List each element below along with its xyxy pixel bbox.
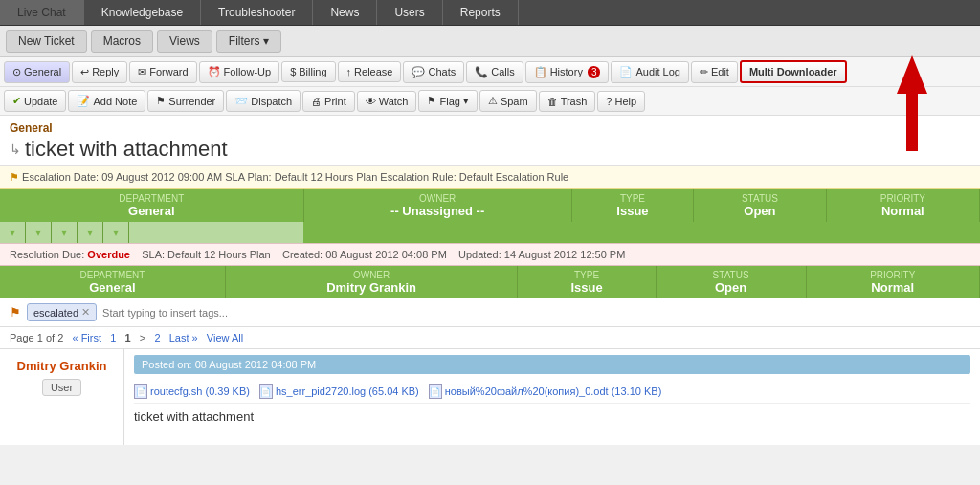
dept-top-label: DEPARTMENT [10,193,294,204]
calls-button[interactable]: 📞 Calls [466,61,523,83]
escalated-icon: ⚑ [10,305,21,320]
macros-button[interactable]: Macros [91,30,153,53]
pagination: Page 1 of 2 « First 1 1 > 2 Last » View … [0,327,980,349]
author-role-badge: User [42,379,81,396]
priority-bottom-cell: PRIORITY Normal [806,266,980,298]
attachment-2[interactable]: 📄 hs_err_pid2720.log (65.04 KB) [259,384,419,399]
surrender-icon: ⚑ [156,95,166,107]
status-bottom-cell: STATUS Open [656,266,806,298]
print-icon: 🖨 [311,96,322,107]
toolbar-row1: ⊙ General ↩ Reply ✉ Forward ⏰ Follow-Up … [0,57,980,87]
dept-dropdown-arrow: ▾ [10,226,15,239]
general-icon: ⊙ [12,66,21,78]
surrender-button[interactable]: ⚑ Surrender [147,90,224,112]
add-note-button[interactable]: 📝 Add Note [68,90,145,112]
dept-bottom-label: DEPARTMENT [10,270,215,280]
author-name: Dmitry Grankin [10,359,114,373]
file-icon-2: 📄 [259,384,273,399]
type-bottom-value: Issue [527,280,645,295]
status-top-value: Open [703,204,816,218]
help-button[interactable]: ? Help [597,91,645,112]
views-button[interactable]: Views [157,30,212,53]
resolution-updated: Updated: 14 August 2012 12:50 PM [458,249,625,260]
reply-button[interactable]: ↩ Reply [72,61,127,83]
new-ticket-button[interactable]: New Ticket [6,30,87,53]
owner-dropdown-arrow: ▾ [35,226,41,239]
general-tab-button[interactable]: ⊙ General [4,61,70,83]
info-table-top: DEPARTMENT General OWNER -- Unassigned -… [0,189,980,243]
page-separator: > [140,332,145,343]
status-dropdown-arrow: ▾ [87,226,93,239]
message-body: ticket with attachment [134,409,970,424]
overdue-status: Overdue [87,249,130,260]
nav-users[interactable]: Users [377,0,442,25]
owner-bottom-cell: OWNER Dmitry Grankin [225,266,518,298]
owner-bottom-value: Dmitry Grankin [235,280,508,295]
type-top-label: TYPE [582,193,683,204]
nav-live-chat[interactable]: Live Chat [0,0,84,25]
message-author-panel: Dmitry Grankin User [0,349,124,445]
multi-downloader-button[interactable]: Multi Downloader [740,60,847,83]
nav-reports[interactable]: Reports [443,0,519,25]
priority-top-label: PRIORITY [836,193,969,204]
nav-troubleshooter[interactable]: Troubleshooter [201,0,313,25]
release-button[interactable]: ↑ Release [338,61,402,82]
dispatch-button[interactable]: 📨 Dispatch [226,90,301,112]
status-top-label: STATUS [703,193,816,204]
dept-top-cell: DEPARTMENT General [0,189,303,222]
tag-input[interactable] [102,307,234,319]
type-arrow-cell[interactable]: ▾ [52,222,78,243]
attachment-row: 📄 routecfg.sh (0.39 KB) 📄 hs_err_pid2720… [134,380,970,404]
secondary-nav: New Ticket Macros Views Filters [0,26,980,57]
priority-top-cell: PRIORITY Normal [826,189,979,222]
edit-button[interactable]: ✏ Edit [691,61,738,83]
audit-log-button[interactable]: 📄 Audit Log [611,61,688,83]
dept-bottom-cell: DEPARTMENT General [0,266,225,298]
view-all-link[interactable]: View All [207,332,243,343]
spam-button[interactable]: ⚠ Spam [479,90,537,112]
escalation-icon: ⚑ [10,171,19,183]
file-icon-3: 📄 [429,384,442,399]
owner-arrow-cell[interactable]: ▾ [26,222,52,243]
history-button[interactable]: 📋 History 3 [525,61,610,83]
escalated-tag: escalated ✕ [27,303,97,321]
top-nav: Live Chat Knowledgebase Troubleshooter N… [0,0,980,26]
followup-button[interactable]: ⏰ Follow-Up [199,61,280,83]
priority-bottom-label: PRIORITY [816,270,970,280]
watch-icon: 👁 [366,96,376,107]
dispatch-icon: 📨 [234,95,248,107]
watch-button[interactable]: 👁 Watch [357,91,417,112]
next-page-link[interactable]: 2 [154,332,160,343]
print-button[interactable]: 🖨 Print [302,91,355,112]
dept-bottom-value: General [10,280,215,295]
release-icon: ↑ [346,66,352,77]
dept-top-value: General [10,204,294,218]
nav-news[interactable]: News [313,0,377,25]
attachment-1[interactable]: 📄 routecfg.sh (0.39 KB) [134,384,250,399]
billing-icon: $ [290,66,296,77]
update-button[interactable]: ✔ Update [4,90,66,112]
priority-arrow-cell[interactable]: ▾ [103,222,129,243]
addnote-icon: 📝 [77,95,90,107]
trash-icon: 🗑 [547,96,558,107]
last-page-link[interactable]: Last » [169,332,198,343]
priority-top-value: Normal [836,204,969,218]
attachment-3[interactable]: 📄 новый%20файл%20(копия)_0.odt (13.10 KB… [429,384,662,399]
first-page-link[interactable]: « First [72,332,101,343]
resolution-created: Created: 08 August 2012 04:08 PM [282,249,447,260]
tag-remove-icon[interactable]: ✕ [81,306,90,319]
owner-top-label: OWNER [314,193,562,204]
flag-button[interactable]: ⚑ Flag ▾ [418,90,477,112]
billing-button[interactable]: $ Billing [281,61,335,82]
nav-knowledgebase[interactable]: Knowledgebase [84,0,201,25]
owner-top-cell: OWNER -- Unassigned -- [303,189,571,222]
prev-page-link[interactable]: 1 [110,332,116,343]
trash-button[interactable]: 🗑 Trash [539,91,596,112]
status-arrow-cell[interactable]: ▾ [78,222,103,243]
dept-arrow-cell[interactable]: ▾ [0,222,26,243]
forward-button[interactable]: ✉ Forward [129,61,196,83]
chats-button[interactable]: 💬 Chats [403,61,464,83]
status-top-cell: STATUS Open [694,189,827,222]
status-bottom-value: Open [666,280,796,295]
filters-button[interactable]: Filters [216,30,281,53]
